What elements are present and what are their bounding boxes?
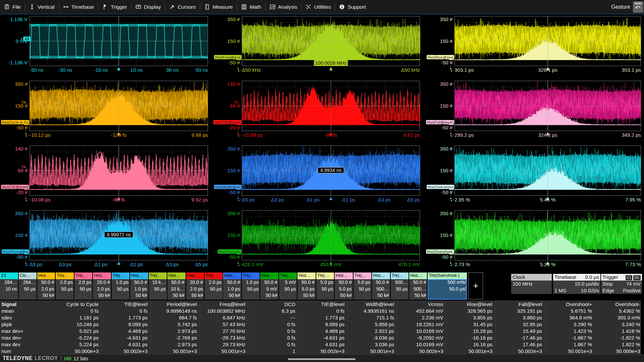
svg-text:140 #: 140 # — [227, 81, 240, 87]
svg-text:Hist(Vcross): Hist(Vcross) — [219, 250, 240, 254]
svg-text:Trk.: Trk. — [21, 165, 27, 169]
svg-text:Hist(Width@lev: Hist(Width@lev — [215, 185, 240, 189]
svg-text:Hist(Cycle to Cy: Hist(Cycle to Cy — [2, 121, 28, 124]
svg-text:150 #: 150 # — [440, 38, 452, 44]
svg-text:350 #: 350 # — [440, 16, 452, 22]
svg-text:-10 ns: -10 ns — [94, 67, 108, 73]
svg-text:Hist(TIE@level): Hist(TIE@level) — [214, 121, 240, 124]
svg-text:-50 #: -50 # — [441, 125, 453, 130]
svg-text:350 #: 350 # — [227, 16, 240, 22]
svg-text:350 #: 350 # — [440, 146, 452, 152]
svg-text:Trk.: Trk. — [233, 101, 239, 104]
svg-text:Hist(TIE@level): Hist(TIE@level) — [2, 185, 28, 189]
svg-text:Δ3 ps: Δ3 ps — [378, 197, 391, 202]
svg-text:150 #: 150 # — [440, 103, 452, 109]
svg-text:Δ5 ps: Δ5 ps — [30, 261, 42, 267]
svg-text:Δ5 ps: Δ5 ps — [195, 261, 208, 267]
svg-text:299.2 ps: 299.2 ps — [454, 132, 474, 138]
svg-text:30 ns: 30 ns — [166, 67, 178, 73]
svg-text:349.2 ps: 349.2 ps — [622, 132, 641, 138]
svg-text:Δ3 ps: Δ3 ps — [59, 261, 71, 267]
svg-text:Trk.: Trk. — [21, 101, 27, 104]
svg-text:Δ1 ps: Δ1 ps — [130, 261, 143, 267]
svg-text:Δ3 ps: Δ3 ps — [166, 261, 178, 267]
svg-text:-50 #: -50 # — [228, 60, 240, 65]
svg-text:10 ns: 10 ns — [130, 67, 143, 73]
svg-text:Hist(Freq@leve: Hist(Freq@leve — [215, 56, 240, 59]
svg-text:150 #: 150 # — [440, 232, 452, 238]
svg-text:Hist(Overshoot-: Hist(Overshoot- — [427, 250, 453, 254]
svg-text:-50 #: -50 # — [228, 254, 240, 260]
svg-text:Hist(Rise@leve: Hist(Rise@leve — [428, 56, 453, 59]
svg-text:Δ3 ps: Δ3 ps — [271, 197, 284, 202]
svg-text:2.73 %: 2.73 % — [454, 261, 470, 267]
svg-text:-50 #: -50 # — [16, 254, 28, 260]
svg-text:-50 #: -50 # — [441, 60, 453, 65]
svg-text:150 #: 150 # — [440, 168, 452, 173]
svg-text:Δ1 ps: Δ1 ps — [307, 197, 319, 202]
svg-text:9.92 ps: 9.92 ps — [192, 197, 208, 202]
svg-text:350 #: 350 # — [227, 210, 240, 216]
svg-text:Hist(Fall@level): Hist(Fall@level) — [427, 121, 453, 124]
svg-text:-20 #: -20 # — [16, 189, 28, 195]
svg-text:140 #: 140 # — [15, 146, 28, 152]
svg-text:50 ns: 50 ns — [196, 67, 208, 73]
svg-text:350 #: 350 # — [15, 210, 28, 216]
svg-text:-50 #: -50 # — [228, 189, 240, 195]
svg-text:-50 #: -50 # — [16, 125, 28, 130]
svg-text:Hist(Period@le: Hist(Period@le — [3, 250, 28, 254]
svg-text:350 #: 350 # — [440, 210, 452, 216]
svg-text:7.95 %: 7.95 % — [625, 197, 641, 202]
svg-text:9.92 ps: 9.92 ps — [404, 132, 420, 138]
svg-text:150 #: 150 # — [227, 232, 240, 238]
svg-text:-10.08 ps: -10.08 ps — [242, 132, 263, 138]
svg-text:-1.136 V: -1.136 V — [8, 60, 28, 65]
svg-text:-50 #: -50 # — [441, 254, 453, 260]
svg-text:Hist(Overshoot: Hist(Overshoot — [428, 185, 453, 189]
svg-text:Δ1 ps: Δ1 ps — [342, 197, 355, 202]
svg-text:Z3: Z3 — [25, 37, 29, 41]
svg-text:Δ50 kHz: Δ50 kHz — [401, 67, 420, 73]
svg-text:9.88 ps: 9.88 ps — [192, 132, 208, 138]
svg-text:-10.12 ps: -10.12 ps — [30, 132, 51, 138]
svg-text:-50 ns: -50 ns — [30, 67, 44, 73]
svg-text:353.1 ps: 353.1 ps — [622, 67, 641, 73]
svg-text:1.136 V: 1.136 V — [10, 16, 28, 22]
svg-text:100.0028 MHz: 100.0028 MHz — [315, 60, 346, 66]
svg-text:478.1 mV: 478.1 mV — [398, 261, 420, 267]
svg-text:428.1 mV: 428.1 mV — [242, 261, 263, 267]
svg-text:2.95 %: 2.95 % — [454, 197, 470, 202]
svg-text:7.73 %: 7.73 % — [625, 261, 641, 267]
svg-text:4.9934 ns: 4.9934 ns — [320, 168, 342, 173]
svg-text:150 #: 150 # — [15, 232, 28, 238]
svg-text:Δ5 ps: Δ5 ps — [242, 197, 255, 202]
svg-text:Δ50 kHz: Δ50 kHz — [242, 67, 261, 73]
svg-text:-30 ns: -30 ns — [58, 67, 72, 73]
svg-text:9.99972 ns: 9.99972 ns — [107, 232, 131, 237]
svg-text:150 #: 150 # — [227, 168, 240, 173]
svg-text:-20 #: -20 # — [228, 125, 240, 130]
svg-text:150 #: 150 # — [227, 38, 240, 44]
svg-text:350 #: 350 # — [440, 81, 452, 87]
svg-text:350 #: 350 # — [15, 81, 28, 87]
svg-text:303.1 ps: 303.1 ps — [454, 67, 474, 73]
svg-text:-10.08 ps: -10.08 ps — [30, 197, 51, 202]
svg-text:-50 #: -50 # — [441, 189, 453, 195]
svg-text:350 #: 350 # — [227, 146, 240, 152]
svg-text:Δ1 ps: Δ1 ps — [95, 261, 107, 267]
svg-text:Δ5 ps: Δ5 ps — [407, 197, 420, 202]
